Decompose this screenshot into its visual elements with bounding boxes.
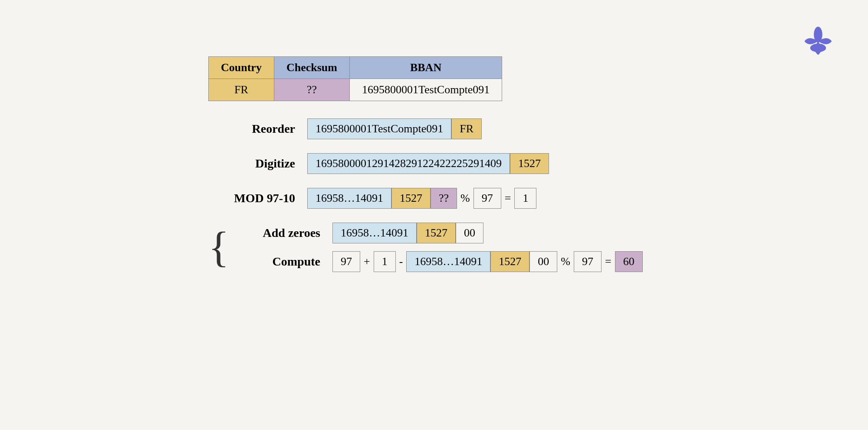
reorder-row: Reorder 1695800001TestCompte091 FR	[208, 118, 643, 139]
mod97-eq: =	[501, 192, 515, 205]
compute-divisor: 97	[574, 251, 602, 272]
mod97-percent: %	[457, 192, 473, 205]
reorder-label: Reorder	[208, 122, 295, 136]
mod97-content: 16958…14091 1527 ?? % 97 = 1	[307, 188, 536, 209]
logo-container	[803, 26, 833, 58]
add-zeroes-row: Add zeroes 16958…14091 1527 00	[233, 223, 643, 243]
cell-checksum: ??	[274, 79, 349, 101]
brace-steps-container: Add zeroes 16958…14091 1527 00 Compute 9…	[233, 223, 643, 272]
compute-result: 60	[615, 251, 643, 272]
add-zeroes-label: Add zeroes	[233, 226, 320, 240]
cell-country: FR	[209, 79, 274, 101]
mod97-row: MOD 97-10 16958…14091 1527 ?? % 97 = 1	[208, 188, 643, 209]
digitize-long-number: 169580000129142829122422225291409	[307, 153, 510, 174]
digitize-suffix: 1527	[510, 153, 549, 174]
main-content: Country Checksum BBAN FR ?? 1695800001Te…	[208, 56, 643, 276]
mod97-fr-digits: 1527	[391, 188, 431, 209]
mod97-divisor: 97	[473, 188, 501, 209]
reorder-bban: 1695800001TestCompte091	[307, 118, 451, 139]
brace-section: { Add zeroes 16958…14091 1527 00 Compute…	[208, 223, 643, 272]
mod97-abbrev: 16958…14091	[307, 188, 391, 209]
cell-bban: 1695800001TestCompte091	[349, 79, 502, 101]
compute-op2: -	[396, 255, 407, 268]
digitize-label: Digitize	[208, 157, 295, 171]
compute-abbrev: 16958…14091	[406, 251, 490, 272]
reorder-content: 1695800001TestCompte091 FR	[307, 118, 482, 139]
compute-zeroes: 00	[529, 251, 557, 272]
compute-row: Compute 97 + 1 - 16958…14091 1527 00 % 9…	[233, 251, 643, 272]
compute-mod: %	[557, 255, 574, 268]
mod97-label: MOD 97-10	[208, 191, 295, 205]
reorder-country: FR	[451, 118, 482, 139]
iban-table: Country Checksum BBAN FR ?? 1695800001Te…	[208, 56, 502, 101]
col-header-checksum: Checksum	[274, 57, 349, 79]
digitize-row: Digitize 1695800001291428291224222252914…	[208, 153, 643, 174]
mod97-result: 1	[514, 188, 536, 209]
add-zeroes-zeroes: 00	[456, 223, 483, 243]
mod97-checksum: ??	[431, 188, 457, 209]
add-zeroes-abbrev: 16958…14091	[332, 223, 417, 243]
compute-op1: +	[360, 255, 374, 268]
compute-eq: =	[602, 255, 615, 268]
add-zeroes-fr-digits: 1527	[417, 223, 456, 243]
compute-fr-digits: 1527	[490, 251, 529, 272]
add-zeroes-content: 16958…14091 1527 00	[332, 223, 483, 243]
col-header-bban: BBAN	[349, 57, 502, 79]
brace-icon: {	[208, 226, 229, 269]
digitize-content: 169580000129142829122422225291409 1527	[307, 153, 549, 174]
compute-term2: 1	[374, 251, 396, 272]
col-header-country: Country	[209, 57, 274, 79]
compute-term1: 97	[332, 251, 360, 272]
notus-logo-icon	[803, 26, 833, 56]
compute-label: Compute	[233, 255, 320, 269]
compute-content: 97 + 1 - 16958…14091 1527 00 % 97 = 60	[332, 251, 643, 272]
